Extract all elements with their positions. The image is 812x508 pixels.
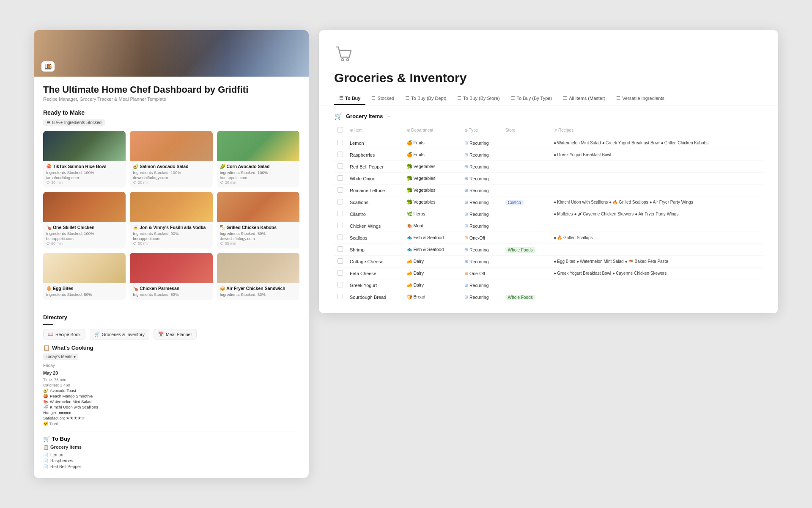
item-name-cell: Shrimp [346,244,403,256]
dept-badge: 🍊 Fruits [407,140,425,146]
row-checkbox-cell[interactable] [334,137,346,149]
type-icon: ⊞ [464,247,468,252]
row-checkbox[interactable] [337,223,343,228]
recipe-card[interactable]: 🍗 One-Skillet Chicken Ingredients Stocke… [43,192,126,248]
recipe-link[interactable]: ● Greek Yogurt Breakfast Bowl [554,271,611,276]
recipe-image [130,131,212,161]
row-checkbox[interactable] [337,211,343,216]
recipe-card[interactable]: 🥚 Egg Bites Ingredients Stocked: 89% [43,253,126,300]
recipe-link[interactable]: ● Molletes [554,212,573,216]
dir-link[interactable]: 📅Meal Planner [154,329,197,340]
row-checkbox-cell[interactable] [334,291,346,303]
table-row: Cilantro 🌿 Herbs ⊞ Recurring ● Molletes●… [334,208,763,220]
recipe-link[interactable]: ● Egg Bites [554,259,575,264]
grocery-tab[interactable]: ☰To Buy (By Dept) [400,92,451,105]
row-checkbox[interactable] [337,282,343,287]
recipe-link[interactable]: ● Greek Yogurt Breakfast Bowl [554,152,611,157]
row-checkbox[interactable] [337,199,343,204]
grocery-tab[interactable]: ☰Stocked [366,92,399,105]
table-header[interactable]: ⊕ Type [461,125,502,137]
type-icon: ⊞ [464,152,468,157]
type-icon: ⊞ [464,295,468,299]
grocery-tab[interactable]: ☰Versatile Ingredients [611,92,669,105]
row-checkbox[interactable] [337,258,343,264]
recipe-time: ⏱ 20 min [220,180,296,185]
dept-badge: 🧀 Dairy [407,282,424,288]
table-row: Chicken Wings 🍖 Meat ⊞ Recurring [334,220,763,232]
dir-link[interactable]: 📖Recipe Book [43,329,85,340]
recipe-link[interactable]: ● Air Fryer Party Wings [650,200,693,204]
grocery-tab[interactable]: ☰To Buy (By Type) [506,92,557,105]
recipe-card[interactable]: 🍗 Chicken Parmesan Ingredients Stocked: … [130,253,212,300]
recipe-link[interactable]: ● Kimchi Udon with Scallions [554,200,608,204]
table-row: Lemon 🍊 Fruits ⊞ Recurring ● Watermelon … [334,137,763,149]
recipe-link[interactable]: ● Greek Yogurt Breakfast Bowl [602,141,660,145]
table-header[interactable]: ⊕ Department [403,125,461,137]
recipe-card[interactable]: 🥑 Salmon Avocado Salad Ingredients Stock… [130,131,212,188]
recipe-stocked: Ingredients Stocked: 100% [46,231,123,236]
recipe-card[interactable]: 🍣 TikTok Salmon Rice Bowl Ingredients St… [43,131,126,188]
meal-name: Avocado Toast [50,388,76,393]
row-checkbox-cell[interactable] [334,208,346,220]
grocery-section-header: 🛒 Grocery Items ··· [334,112,763,120]
bento-icon: 🍱 [44,63,52,70]
row-checkbox-cell[interactable] [334,161,346,173]
table-header[interactable]: ↗ Recipes [550,125,763,137]
recipe-card[interactable]: 🌽 Corn Avocado Salad Ingredients Stocked… [217,131,299,188]
row-checkbox-cell[interactable] [334,268,346,279]
table-header[interactable]: ⊕ Item [346,125,403,137]
row-checkbox[interactable] [337,270,343,276]
dept-cell: 🧀 Dairy [403,268,461,279]
row-checkbox[interactable] [337,294,343,299]
grocery-tab[interactable]: ☰To Buy [334,92,365,105]
row-checkbox-cell[interactable] [334,244,346,256]
to-buy-item[interactable]: 📄Red Bell Pepper [43,464,299,469]
row-checkbox-cell[interactable] [334,232,346,244]
recipe-stocked: Ingredients Stocked: 82% [220,292,296,297]
row-checkbox[interactable] [337,163,343,169]
row-checkbox-cell[interactable] [334,279,346,291]
row-checkbox[interactable] [337,246,343,252]
recipe-card[interactable]: 🥪 Air Fryer Chicken Sandwich Ingredients… [217,253,299,300]
grocery-tab[interactable]: ☰All Items (Master) [558,92,610,105]
recipe-link[interactable]: ● Watermelon Mint Salad [554,141,601,145]
grocery-tab[interactable]: ☰To Buy (By Store) [452,92,505,105]
recipe-link[interactable]: ● 🔥 Grilled Scallops [554,235,593,240]
to-buy-item[interactable]: 📄Lemon [43,453,299,457]
row-checkbox-cell[interactable] [334,149,346,161]
recipe-card[interactable]: 🍝 Jon & Vinny's Fusilli alla Vodka Ingre… [130,192,212,248]
store-badge: Costco [505,200,524,205]
row-checkbox[interactable] [337,152,343,157]
recipe-link[interactable]: ● Cayenne Chicken Skewers [612,271,667,276]
recipe-link[interactable]: ● Grilled Chicken Kabobs [661,141,709,145]
row-checkbox-cell[interactable] [334,196,346,208]
cart-icon-wrap [334,44,763,66]
more-button[interactable]: ··· [386,114,390,119]
wc-tab-today[interactable]: Today's Meals ▾ [43,353,78,360]
doc-icon: 📄 [43,453,48,457]
row-checkbox-cell[interactable] [334,256,346,268]
row-checkbox-cell[interactable] [334,185,346,196]
table-row: Romaine Lettuce 🥦 Vegetables ⊞ Recurring [334,185,763,196]
select-all-checkbox[interactable] [337,127,343,133]
row-checkbox-cell[interactable] [334,173,346,185]
row-checkbox[interactable] [337,187,343,193]
recipe-link[interactable]: ● 🔥 Grilled Scallops [609,200,648,204]
recipe-info: 🍗 One-Skillet Chicken Ingredients Stocke… [43,222,126,248]
table-row: Greek Yogurt 🧀 Dairy ⊞ Recurring [334,279,763,291]
recipe-link[interactable]: ● Air Fryer Party Wings [635,212,678,216]
recipe-link[interactable]: ● 🌶 Cayenne Chicken Skewers [574,212,634,216]
row-checkbox[interactable] [337,235,343,240]
table-header[interactable]: Store [502,125,550,137]
recipe-card[interactable]: 🍢 Grilled Chicken Kabobs Ingredients Sto… [217,192,299,248]
recipe-link[interactable]: ● Watermelon Mint Salad [576,259,624,264]
recipe-link[interactable]: ● 🥗 Baked Feta Pasta [625,259,668,264]
row-checkbox-cell[interactable] [334,220,346,232]
recipe-source: downshiftology.com [133,175,209,180]
row-checkbox[interactable] [337,140,343,145]
recipe-dot: ● [554,141,556,145]
to-buy-item[interactable]: 📄Raspberries [43,458,299,463]
recipe-time: ⏱ 50 min [133,241,209,246]
dir-link[interactable]: 🛒Groceries & Inventory [90,329,150,340]
row-checkbox[interactable] [337,175,343,181]
